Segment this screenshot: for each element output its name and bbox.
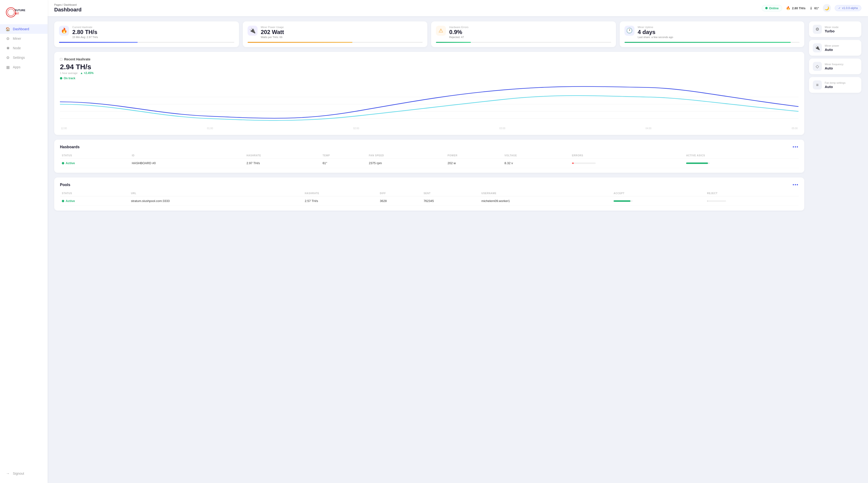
- miner-frequency-card[interactable]: ◇ Miner frequency Auto: [809, 59, 861, 74]
- miner-power-label: Miner power: [825, 44, 839, 47]
- prow-status: Active: [60, 196, 129, 206]
- row-id: HASHBOARD #0: [130, 158, 245, 168]
- hashrate-label: Current hashrate: [72, 26, 98, 29]
- col-errors: Errors: [570, 153, 684, 158]
- prow-hashrate: 2.57 TH/s: [303, 196, 378, 206]
- breadcrumb: Pages / Dashboard: [54, 3, 82, 6]
- row-errors: [570, 158, 684, 168]
- row-fanspeed: 2375 rpm: [367, 158, 446, 168]
- hashrate-chart: [60, 83, 799, 126]
- fan-temp-label: Fan temp settings: [825, 81, 845, 84]
- col-asics: Active ASICs: [684, 153, 799, 158]
- chart-card: □ Recent Hashrate 2.94 TH/s 1 hour avera…: [54, 52, 804, 135]
- pools-header: Pools •••: [60, 182, 799, 187]
- fan-temp-card[interactable]: ≡ Fan temp settings Auto: [809, 77, 861, 93]
- prow-accept: [612, 196, 705, 206]
- prow-diff: 3628: [378, 196, 422, 206]
- sidebar-item-label: Signout: [13, 472, 24, 475]
- right-panel: ⚙ Miner mode Turbo 🔌 Miner power Auto ◇ …: [809, 22, 861, 478]
- apps-icon: ▦: [6, 65, 10, 69]
- dark-mode-button[interactable]: 🌙: [823, 4, 831, 12]
- pools-more-button[interactable]: •••: [793, 182, 799, 187]
- row-voltage: 8.32 v: [502, 158, 570, 168]
- hasboards-more-button[interactable]: •••: [793, 144, 799, 149]
- miner-icon: ⚙: [6, 36, 10, 41]
- version-badge: ✓ v1.0.0-alpha: [835, 5, 861, 11]
- power-label: Miner power usage: [261, 26, 284, 29]
- errors-label: Hardware errors: [449, 26, 468, 29]
- uptime-bar: [624, 42, 800, 43]
- row-status: Active: [60, 158, 130, 168]
- sidebar-item-label: Miner: [13, 37, 21, 40]
- header-right: Online 🔥 2.80 TH/s 🌡 61° 🌙 ✓ v1.0.0-alph…: [762, 4, 861, 12]
- prow-sent: 762345: [422, 196, 479, 206]
- row-asics: [684, 158, 799, 168]
- miner-power-card[interactable]: 🔌 Miner power Auto: [809, 40, 861, 56]
- hashrate-icon: 🔥: [59, 26, 69, 36]
- signout-icon: →: [6, 471, 10, 476]
- hashrate-value: 2.80 TH/s: [72, 29, 98, 35]
- table-row: Active stratum.slushpool.com:3333 2.57 T…: [60, 196, 799, 206]
- pcol-reject: Reject: [705, 190, 799, 196]
- pools-title: Pools: [60, 183, 70, 187]
- header-left: Pages / Dashboard Dashboard: [54, 3, 82, 13]
- logo: FUTURE BIT: [6, 7, 37, 18]
- miner-mode-icon: ⚙: [813, 25, 822, 34]
- chart-icon: □: [60, 57, 62, 61]
- stat-card-hashrate: 🔥 Current hashrate 2.80 TH/s 15 Min Avg:…: [54, 22, 239, 47]
- fan-temp-value: Auto: [825, 85, 845, 89]
- settings-icon: ⚙: [6, 55, 10, 60]
- sidebar-item-node[interactable]: ✱ Node: [0, 43, 48, 53]
- prow-username: michelem09.worker1: [479, 196, 612, 206]
- logo-area: FUTURE BIT: [0, 5, 48, 24]
- pcol-username: Username: [479, 190, 612, 196]
- frequency-label: Miner frequency: [825, 63, 843, 66]
- main-area: Pages / Dashboard Dashboard Online 🔥 2.8…: [48, 0, 868, 483]
- sidebar-item-label: Node: [13, 46, 21, 50]
- status-dot: [765, 7, 768, 9]
- table-row: Active HASHBOARD #0 2.97 TH/s 61° 2375 r…: [60, 158, 799, 168]
- sidebar-item-label: Dashboard: [13, 27, 29, 31]
- pcol-status: Status: [60, 190, 129, 196]
- chart-time-labels: 12:00 01:00 02:00 03:00 04:00 05:00: [60, 127, 799, 130]
- page-title: Dashboard: [54, 7, 82, 13]
- chart-header: □ Recent Hashrate 2.94 TH/s 1 hour avera…: [60, 57, 799, 80]
- frequency-icon: ◇: [813, 62, 822, 71]
- col-hashrate: Hashrate: [245, 153, 321, 158]
- miner-mode-value: Turbo: [825, 29, 838, 33]
- clock-icon: 🕐: [624, 26, 634, 36]
- sidebar-item-apps[interactable]: ▦ Apps: [0, 62, 48, 72]
- node-icon: ✱: [6, 46, 10, 50]
- sidebar-item-miner[interactable]: ⚙ Miner: [0, 34, 48, 43]
- sidebar-item-signout[interactable]: → Signout: [0, 469, 48, 478]
- col-fanspeed: Fan Speed: [367, 153, 446, 158]
- power-icon: 🔌: [248, 26, 257, 36]
- stat-card-uptime: 🕐 Miner uptime 4 days Last share: a few …: [620, 22, 805, 47]
- sidebar-item-settings[interactable]: ⚙ Settings: [0, 53, 48, 62]
- stat-card-errors: ⚠ Hardware errors 0.9% Rejected: 47: [431, 22, 616, 47]
- row-hashrate: 2.97 TH/s: [245, 158, 321, 168]
- power-sub: Watts per TH/s: 66: [261, 36, 284, 38]
- sidebar: FUTURE BIT 🏠 Dashboard ⚙ Miner ✱ Node ⚙ …: [0, 0, 48, 483]
- errors-value: 0.9%: [449, 29, 468, 35]
- frequency-value: Auto: [825, 66, 843, 70]
- col-temp: Temp: [320, 153, 367, 158]
- hasboards-title: Hasboards: [60, 145, 80, 149]
- col-id: ID: [130, 153, 245, 158]
- chart-value: 2.94 TH/s: [60, 63, 93, 71]
- hashrate-sub: 15 Min Avg: 2.97 TH/s: [72, 36, 98, 38]
- online-status-badge: Online: [762, 5, 782, 11]
- power-value: 202 Watt: [261, 29, 284, 35]
- chart-change: ▲ +2.45%: [80, 71, 93, 75]
- power-bar: [248, 42, 423, 43]
- flame-icon: 🔥: [786, 6, 790, 10]
- pcol-diff: Diff: [378, 190, 422, 196]
- miner-mode-card[interactable]: ⚙ Miner mode Turbo: [809, 22, 861, 37]
- page-header: Pages / Dashboard Dashboard Online 🔥 2.8…: [48, 0, 868, 16]
- uptime-sub: Last share: a few seconds ago: [638, 36, 673, 38]
- pcol-sent: Sent: [422, 190, 479, 196]
- sidebar-item-dashboard[interactable]: 🏠 Dashboard: [0, 24, 48, 34]
- header-temp: 🌡 61°: [809, 6, 819, 10]
- pcol-hashrate: Hashrate: [303, 190, 378, 196]
- chart-title: Recent Hashrate: [64, 57, 91, 61]
